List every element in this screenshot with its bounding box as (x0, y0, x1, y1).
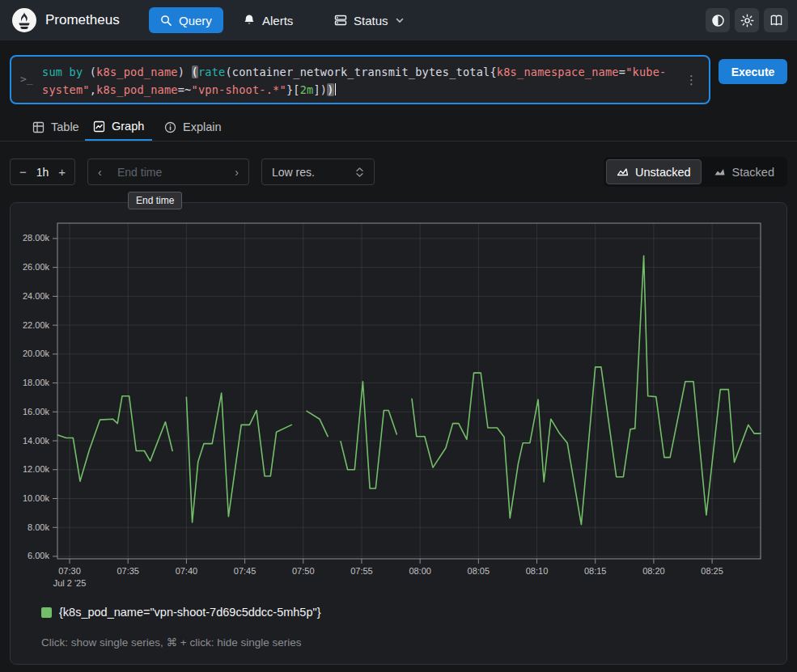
contrast-icon (711, 14, 725, 27)
svg-text:20.00k: 20.00k (23, 349, 50, 358)
query-line-2: system",k8s_pod_name=~"vpn-shoot-.*"}[2m… (42, 81, 681, 99)
area-outline-icon (617, 167, 629, 177)
nav-query-label: Query (179, 14, 212, 27)
legend-hint: Click: show single series, ⌘ + click: hi… (41, 636, 302, 649)
settings-button[interactable] (735, 8, 759, 32)
svg-text:12.00k: 12.00k (23, 464, 50, 474)
svg-text:14.00k: 14.00k (23, 436, 50, 446)
nav-query-button[interactable]: Query (149, 7, 223, 33)
graph-icon (93, 120, 105, 133)
prometheus-app: Prometheus Query Alerts (0, 0, 797, 672)
svg-text:6.00k: 6.00k (28, 551, 49, 560)
svg-text:07:35: 07:35 (117, 566, 139, 576)
info-icon (164, 121, 176, 133)
query-menu-kebab-icon[interactable]: ⋮ (682, 70, 701, 91)
tab-table-label: Table (51, 120, 79, 133)
select-chevrons-icon (355, 167, 364, 178)
svg-text:10.00k: 10.00k (23, 493, 50, 503)
nav-alerts-label: Alerts (262, 14, 293, 27)
nav-alerts-button[interactable]: Alerts (243, 7, 293, 33)
end-time-placeholder: End time (117, 166, 162, 179)
range-value[interactable]: 1h (36, 166, 49, 179)
tab-graph-label: Graph (112, 120, 144, 133)
tab-table[interactable]: Table (24, 113, 87, 141)
series-swatch (41, 607, 52, 618)
legend-item[interactable]: {k8s_pod_name="vpn-shoot-7d69c5ddcc-5mh5… (41, 606, 320, 619)
graph-panel: 28.00k26.00k24.00k22.00k20.00k18.00k16.0… (10, 202, 787, 665)
time-back-icon[interactable]: ‹ (98, 167, 102, 178)
svg-text:07:55: 07:55 (350, 566, 373, 576)
svg-text:07:45: 07:45 (234, 566, 256, 576)
chevron-down-icon (395, 15, 405, 25)
brand-name: Prometheus (45, 12, 120, 28)
stacking-toggle: Unstacked Stacked (604, 157, 787, 187)
theme-toggle-button[interactable] (706, 8, 730, 32)
terminal-prompt-icon: >_ (20, 73, 33, 85)
bell-icon (243, 14, 256, 27)
query-line-1: sum by (k8s_pod_name) (rate(container_ne… (42, 63, 681, 81)
graph-controls: − 1h + ‹ End time › Low res. (0, 158, 797, 185)
svg-text:08:20: 08:20 (642, 566, 665, 576)
unstacked-label: Unstacked (635, 166, 691, 179)
navbar: Prometheus Query Alerts (0, 0, 797, 40)
range-increase-button[interactable]: + (58, 166, 66, 178)
svg-text:08:15: 08:15 (584, 566, 607, 576)
stacked-label: Stacked (732, 166, 774, 179)
svg-text:08:00: 08:00 (409, 566, 431, 576)
tab-graph[interactable]: Graph (85, 113, 152, 141)
nav-status-label: Status (354, 14, 388, 27)
svg-text:08:05: 08:05 (468, 566, 490, 576)
svg-text:26.00k: 26.00k (23, 262, 50, 272)
svg-text:07:30: 07:30 (58, 566, 81, 576)
svg-text:07:50: 07:50 (292, 566, 315, 576)
resolution-select[interactable]: Low res. (261, 158, 375, 185)
svg-text:Jul 2 '25: Jul 2 '25 (53, 578, 87, 588)
end-time-picker[interactable]: ‹ End time › (87, 158, 249, 185)
result-tabs: Table Graph Explain (0, 113, 797, 142)
query-input[interactable]: >_ sum by (k8s_pod_name) (rate(container… (10, 55, 710, 104)
svg-text:08:25: 08:25 (701, 566, 723, 576)
series-label: {k8s_pod_name="vpn-shoot-7d69c5ddcc-5mh5… (59, 606, 320, 619)
timeseries-chart[interactable]: 28.00k26.00k24.00k22.00k20.00k18.00k16.0… (11, 203, 786, 595)
docs-button[interactable] (764, 8, 788, 32)
book-icon (769, 14, 783, 27)
unstacked-option[interactable]: Unstacked (606, 159, 702, 184)
execute-button[interactable]: Execute (719, 59, 787, 84)
stacked-option[interactable]: Stacked (703, 159, 785, 184)
tab-explain-label: Explain (183, 120, 222, 133)
svg-text:18.00k: 18.00k (23, 378, 50, 387)
query-expression[interactable]: sum by (k8s_pod_name) (rate(container_ne… (42, 63, 681, 99)
time-forward-icon[interactable]: › (235, 167, 239, 178)
resolution-value: Low res. (272, 166, 315, 179)
nav-status-menu[interactable]: Status (334, 7, 405, 33)
svg-text:22.00k: 22.00k (23, 320, 50, 330)
search-icon (160, 15, 172, 27)
end-time-tooltip: End time (128, 192, 182, 209)
server-stack-icon (334, 14, 347, 27)
prometheus-logo-icon (11, 7, 37, 33)
tab-explain[interactable]: Explain (156, 113, 230, 141)
range-decrease-button[interactable]: − (19, 166, 27, 178)
svg-text:16.00k: 16.00k (23, 407, 50, 416)
area-filled-icon (714, 167, 726, 177)
svg-text:24.00k: 24.00k (23, 291, 50, 301)
table-icon (32, 121, 45, 133)
brand[interactable]: Prometheus (0, 7, 120, 33)
svg-text:28.00k: 28.00k (23, 233, 50, 243)
gear-icon (740, 14, 754, 27)
svg-text:08:10: 08:10 (526, 566, 549, 576)
range-stepper: − 1h + (10, 158, 75, 185)
svg-text:07:40: 07:40 (176, 566, 198, 576)
text-cursor (335, 83, 337, 95)
svg-text:8.00k: 8.00k (28, 522, 49, 532)
